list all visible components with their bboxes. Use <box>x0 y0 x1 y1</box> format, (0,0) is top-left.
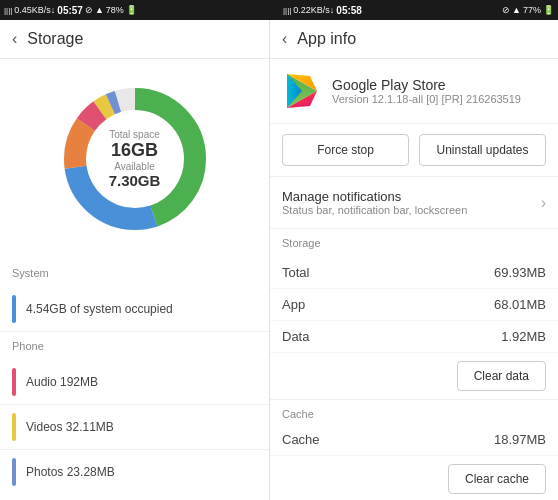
clear-cache-button[interactable]: Clear cache <box>448 464 546 494</box>
app-info-header: ‹ App info <box>270 20 558 59</box>
storage-data-value: 1.92MB <box>501 329 546 344</box>
uninstall-updates-button[interactable]: Uninstall updates <box>419 134 546 166</box>
system-storage-text: 4.54GB of system occupied <box>26 302 173 316</box>
app-icon <box>282 71 322 111</box>
storage-data-label: Data <box>282 329 309 344</box>
app-version: Version 12.1.18-all [0] [PR] 216263519 <box>332 93 521 105</box>
audio-text: Audio 192MB <box>26 375 98 389</box>
status-bar-right: |||| 0.22KB/s↓ 05:58 ⊘ ▲ 77% 🔋 <box>279 0 558 20</box>
right-speed: 0.22KB/s↓ <box>293 5 334 15</box>
right-signal: |||| <box>283 6 291 15</box>
system-storage-item: 4.54GB of system occupied <box>0 287 269 332</box>
cache-section: Cache <box>270 400 558 424</box>
app-name: Google Play Store <box>332 77 521 93</box>
left-speed: 0.45KB/s↓ <box>14 5 55 15</box>
storage-header: ‹ Storage <box>0 20 269 59</box>
cache-label: Cache <box>282 432 320 447</box>
storage-total-row: Total 69.93MB <box>270 257 558 289</box>
chevron-right-icon: › <box>541 194 546 212</box>
videos-text: Videos 32.11MB <box>26 420 114 434</box>
storage-chart-container: Total space 16GB Available 7.30GB <box>0 59 269 259</box>
phone-section-header: Phone <box>0 332 269 360</box>
right-time: 05:58 <box>336 5 362 16</box>
force-stop-button[interactable]: Force stop <box>282 134 409 166</box>
manage-notifications-row[interactable]: Manage notifications Status bar, notific… <box>270 177 558 229</box>
videos-item: Videos 32.11MB <box>0 405 269 450</box>
cache-row: Cache 18.97MB <box>270 424 558 456</box>
photos-item: Photos 23.28MB <box>0 450 269 494</box>
storage-app-value: 68.01MB <box>494 297 546 312</box>
clear-data-button[interactable]: Clear data <box>457 361 546 391</box>
phone-section-label: Phone <box>12 340 257 352</box>
storage-total-label: Total <box>282 265 309 280</box>
system-color-bar <box>12 295 16 323</box>
app-identity-section: Google Play Store Version 12.1.18-all [0… <box>270 59 558 124</box>
app-info-title: App info <box>297 30 356 48</box>
cache-section-label: Cache <box>282 408 546 420</box>
left-icons: ⊘ ▲ 78% 🔋 <box>85 5 137 15</box>
storage-info-label: Storage <box>282 237 546 249</box>
app-info-panel: ‹ App info <box>270 20 558 500</box>
clear-cache-container: Clear cache <box>270 456 558 500</box>
donut-svg <box>55 79 215 239</box>
status-bars: |||| 0.45KB/s↓ 05:57 ⊘ ▲ 78% 🔋 |||| 0.22… <box>0 0 558 20</box>
app-identity-info: Google Play Store Version 12.1.18-all [0… <box>332 77 521 105</box>
audio-item: Audio 192MB <box>0 360 269 405</box>
left-time: 05:57 <box>57 5 83 16</box>
photos-color-bar <box>12 458 16 486</box>
main-content: ‹ Storage <box>0 20 558 500</box>
right-icons: ⊘ ▲ 77% 🔋 <box>502 5 554 15</box>
manage-notifications-subtitle: Status bar, notification bar, lockscreen <box>282 204 467 216</box>
manage-notifications-title: Manage notifications <box>282 189 467 204</box>
action-buttons-row: Force stop Uninstall updates <box>270 124 558 177</box>
storage-data-row: Data 1.92MB <box>270 321 558 353</box>
storage-back-button[interactable]: ‹ <box>12 30 17 48</box>
left-signal: |||| <box>4 6 12 15</box>
storage-info-section: Storage <box>270 229 558 257</box>
system-section-label: System <box>12 267 257 279</box>
storage-total-value: 69.93MB <box>494 265 546 280</box>
storage-title: Storage <box>27 30 83 48</box>
app-info-back-button[interactable]: ‹ <box>282 30 287 48</box>
cache-value: 18.97MB <box>494 432 546 447</box>
storage-panel: ‹ Storage <box>0 20 270 500</box>
manage-notifications-text: Manage notifications Status bar, notific… <box>282 189 467 216</box>
clear-data-container: Clear data <box>270 353 558 400</box>
videos-color-bar <box>12 413 16 441</box>
audio-color-bar <box>12 368 16 396</box>
photos-text: Photos 23.28MB <box>26 465 115 479</box>
storage-app-row: App 68.01MB <box>270 289 558 321</box>
storage-app-label: App <box>282 297 305 312</box>
donut-chart: Total space 16GB Available 7.30GB <box>55 79 215 239</box>
status-bar-left: |||| 0.45KB/s↓ 05:57 ⊘ ▲ 78% 🔋 <box>0 0 279 20</box>
system-section-header: System <box>0 259 269 287</box>
